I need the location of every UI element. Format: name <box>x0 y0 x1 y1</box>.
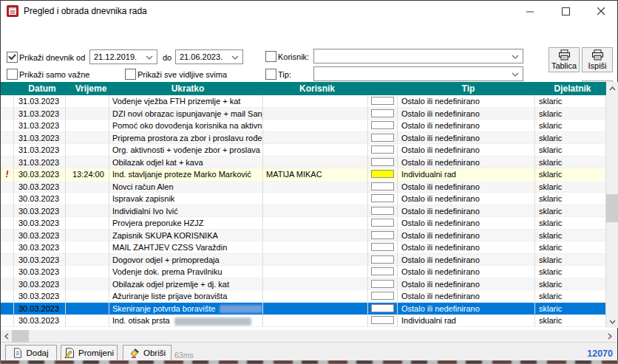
date-to-combo[interactable]: 21.06.2023. <box>175 49 243 64</box>
document-icon <box>13 348 22 358</box>
horizontal-scrollbar[interactable] <box>1 330 617 342</box>
summary-text: Skeniranje potvrda boravište <box>112 304 215 313</box>
maximize-button[interactable] <box>554 2 577 20</box>
type-combo[interactable] <box>313 66 523 81</box>
type-cell: Ostalo ili nedefinirano <box>398 290 535 303</box>
table-row[interactable]: 30.03.2023Zapisnik SKUPA KORISNIKAOstalo… <box>1 230 606 242</box>
marker-cell <box>1 230 14 242</box>
scroll-down-button[interactable] <box>606 315 618 328</box>
scroll-left-button[interactable] <box>1 330 13 342</box>
worker-cell: sklaric <box>535 181 606 193</box>
table-row[interactable]: 30.03.2023Ind. otisak prstaIndividualni … <box>1 315 606 327</box>
dodaj-button[interactable]: Dodaj <box>5 345 57 361</box>
worker-text: sklaric <box>539 170 562 179</box>
column-header-djelatnik[interactable]: Djelatnik <box>535 82 606 95</box>
date-from-combo[interactable]: 21.12.2019. <box>89 49 157 64</box>
table-row[interactable]: 31.03.2023Org. aktivnosti + vođenje zbor… <box>1 144 606 157</box>
table-row[interactable]: 30.03.2023Novci račun AlenOstalo ili ned… <box>1 181 606 193</box>
color-swatch <box>371 182 394 190</box>
horizontal-scroll-thumb[interactable] <box>12 330 29 342</box>
scroll-up-button[interactable] <box>606 82 618 95</box>
elapsed-time: 63ms <box>174 351 194 360</box>
summary-text: Ispravak zapisnik <box>112 194 174 203</box>
table-row[interactable]: 30.03.2023Ažuriranje liste prijave borav… <box>1 290 606 303</box>
table-row[interactable]: 30.03.2023Vođenje dok. prema PravilnikuO… <box>1 266 606 278</box>
column-header-vrijeme[interactable]: Vrijeme <box>66 82 109 95</box>
table-row[interactable]: 30.03.2023Provjera preporuke HZJZOstalo … <box>1 217 606 230</box>
table-body: 31.03.2023Vođenje vježba FTH prizemlje +… <box>1 95 606 329</box>
column-header-korisnik[interactable]: Korisnik <box>263 82 368 95</box>
minimize-icon <box>526 7 534 16</box>
user-cell <box>263 95 368 108</box>
table-row[interactable]: 31.03.2023Priprema prostora za zbor i pr… <box>1 132 606 145</box>
worker-text: sklaric <box>539 158 562 167</box>
color-swatch <box>371 158 394 166</box>
type-text: Ostalo ili nedefinirano <box>401 109 480 118</box>
color-cell <box>368 241 398 254</box>
visible-to-all-checkbox[interactable] <box>125 69 136 80</box>
obrisi-button[interactable]: Obriši <box>123 345 172 361</box>
summary-text: Novci račun Alen <box>112 182 174 191</box>
user-cell <box>263 254 368 267</box>
type-text: Ostalo ili nedefinirano <box>401 304 480 313</box>
column-header-datum[interactable]: Datum <box>14 82 66 95</box>
type-cell: Ostalo ili nedefinirano <box>398 217 535 230</box>
type-cell: Ostalo ili nedefinirano <box>398 120 535 132</box>
table-row[interactable]: 31.03.2023Pomoć oko dovođenja korisnika … <box>1 120 606 132</box>
column-header-blank-0[interactable] <box>1 82 14 95</box>
table-row[interactable]: 30.03.2023Dogovor odjel + primopredajaOs… <box>1 254 606 267</box>
column-header-blank-5[interactable] <box>368 82 398 95</box>
worker-text: sklaric <box>539 267 562 276</box>
promijeni-button[interactable]: Promijeni <box>61 345 118 361</box>
type-filter-checkbox[interactable] <box>265 69 276 80</box>
table-row[interactable]: 30.03.2023Individialni Ivo IvićOstalo il… <box>1 205 606 218</box>
column-header-ukratko[interactable]: Ukratko <box>109 82 263 95</box>
table-row[interactable]: 30.03.2023Ispravak zapisnikOstalo ili ne… <box>1 193 606 205</box>
user-cell <box>263 266 368 278</box>
date-cell: 30.03.2023 <box>14 217 66 230</box>
user-cell <box>263 241 368 254</box>
type-text: Ostalo ili nedefinirano <box>401 267 480 276</box>
chevron-right-icon <box>608 333 612 340</box>
time-cell <box>66 254 109 267</box>
vertical-scrollbar[interactable] <box>606 82 618 328</box>
worker-cell: sklaric <box>535 278 606 291</box>
summary-text: Org. aktivnosti + vođenje zbor + proslav… <box>112 145 263 154</box>
tablica-button[interactable]: Tablica <box>549 47 580 72</box>
table-row[interactable]: 31.03.2023Obilazak odjel kat + kavaOstal… <box>1 157 606 169</box>
table-row[interactable]: 30.03.2023Skeniranje potvrda boravišteOs… <box>1 303 606 315</box>
ispisi-button[interactable]: Ispiši <box>582 47 613 72</box>
column-header-tip[interactable]: Tip <box>398 82 535 95</box>
only-important-checkbox[interactable] <box>7 69 18 80</box>
type-cell: Individualni rad <box>398 315 535 327</box>
minimize-button[interactable] <box>518 2 542 20</box>
type-text: Ostalo ili nedefinirano <box>401 182 480 191</box>
user-cell <box>263 303 368 315</box>
color-swatch <box>371 219 394 227</box>
table-row[interactable]: 30.03.2023Obilazak odjel prizemlje + dj.… <box>1 278 606 291</box>
chevron-down-icon <box>231 55 239 60</box>
date-cell: 31.03.2023 <box>14 120 66 132</box>
show-log-from-checkbox[interactable] <box>7 52 18 63</box>
date-cell: 31.03.2023 <box>14 108 66 120</box>
scroll-right-button[interactable] <box>604 330 616 342</box>
date-text: 30.03.2023 <box>18 316 59 325</box>
visible-to-all-label: Prikaži sve vidljive svima <box>137 70 227 79</box>
table-row[interactable]: 31.03.2023Vođenje vježba FTH prizemlje +… <box>1 95 606 108</box>
footer-bar: Dodaj Promijeni Obriši <box>1 342 617 360</box>
table-row[interactable]: 30.03.2023MAIL ZAHTJEV CZSS VaraždinOsta… <box>1 241 606 254</box>
user-cell <box>263 157 368 169</box>
summary-cell: Zapisnik SKUPA KORISNIKA <box>109 230 263 242</box>
summary-cell: Vođenje vježba FTH prizemlje + kat <box>109 95 263 108</box>
printer-icon <box>558 49 571 61</box>
table-row[interactable]: 31.03.2023DZI novi obrazac ispunjavanje … <box>1 108 606 120</box>
time-cell <box>66 181 109 193</box>
type-text: Ostalo ili nedefinirano <box>401 292 480 301</box>
type-cell: Ostalo ili nedefinirano <box>398 254 535 267</box>
close-button[interactable] <box>589 2 613 20</box>
table-row[interactable]: !30.03.202313:24:00Ind. stavljanje prote… <box>1 168 606 181</box>
vertical-scroll-thumb[interactable] <box>606 194 618 222</box>
user-combo[interactable] <box>313 49 523 63</box>
user-filter-checkbox[interactable] <box>265 51 276 62</box>
chevron-down-icon <box>146 55 153 60</box>
